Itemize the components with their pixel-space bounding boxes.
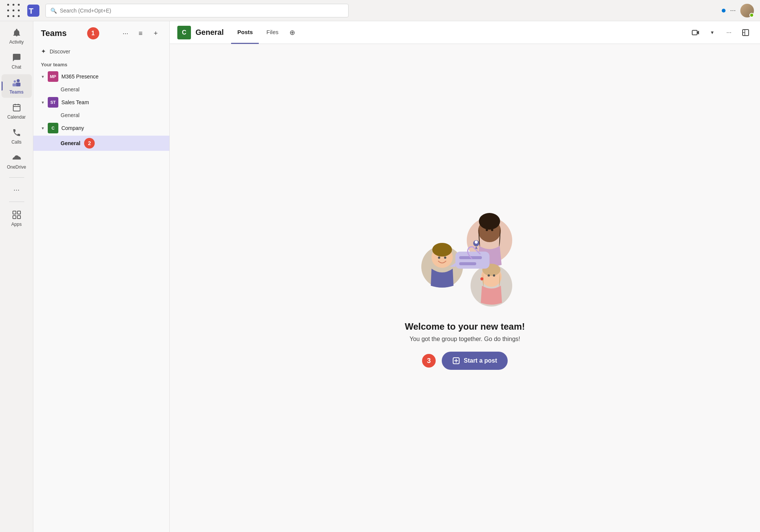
- discover-item[interactable]: ✦ Discover: [33, 44, 169, 59]
- panel-header-right: ▼ ···: [689, 26, 752, 39]
- more-btn[interactable]: ···: [119, 27, 131, 39]
- video-call-btn[interactable]: [689, 26, 702, 39]
- app-grid-icon[interactable]: [6, 3, 21, 18]
- nav-onedrive-wrap: OneDrive: [2, 149, 32, 173]
- sidebar-item-onedrive[interactable]: OneDrive: [2, 149, 32, 173]
- search-icon: 🔍: [50, 8, 57, 14]
- svg-rect-8: [17, 211, 20, 214]
- sidebar-item-calendar[interactable]: Calendar: [2, 99, 32, 123]
- sidebar-item-teams[interactable]: Teams: [2, 74, 32, 98]
- panel-header: C General Posts Files ⊕ ▼ ···: [170, 21, 760, 44]
- svg-point-21: [486, 229, 488, 231]
- team-name-company: Company: [61, 125, 84, 131]
- team-name-sales: Sales Team: [61, 99, 89, 105]
- main-content: Activity Chat: [0, 21, 760, 532]
- svg-point-26: [480, 277, 483, 280]
- svg-rect-7: [13, 211, 16, 214]
- svg-point-16: [438, 257, 440, 259]
- add-tab-btn[interactable]: ⊕: [286, 27, 298, 39]
- discover-icon: ✦: [41, 48, 46, 55]
- sidebar-item-activity[interactable]: Activity: [2, 24, 32, 48]
- sidebar-item-chat[interactable]: Chat: [2, 49, 32, 73]
- dropdown-btn[interactable]: ▼: [705, 26, 719, 39]
- calls-label: Calls: [11, 139, 22, 145]
- nav-activity-wrap: Activity: [2, 24, 32, 48]
- activity-label: Activity: [9, 39, 23, 45]
- tab-bar: Posts Files ⊕: [231, 21, 298, 44]
- discover-label: Discover: [50, 49, 70, 55]
- svg-point-27: [488, 274, 490, 277]
- presence-dot: [749, 13, 754, 17]
- team-sales[interactable]: ▼ ST Sales Team: [33, 95, 169, 110]
- svg-text:T: T: [29, 7, 33, 15]
- nav-chat-wrap: Chat: [2, 49, 32, 73]
- channel-title: General: [195, 28, 224, 37]
- avatar-wrap[interactable]: [740, 4, 754, 17]
- calls-icon: [11, 127, 22, 138]
- channel-m365-general[interactable]: General: [33, 84, 169, 95]
- channel-avatar: C: [177, 26, 191, 39]
- team-company[interactable]: ▼ C Company: [33, 120, 169, 136]
- svg-rect-29: [455, 252, 489, 269]
- start-post-button[interactable]: Start a post: [442, 352, 508, 370]
- svg-rect-10: [17, 216, 20, 219]
- svg-point-2: [17, 79, 20, 82]
- sidebar-item-apps[interactable]: Apps: [2, 207, 32, 230]
- svg-point-28: [493, 274, 495, 277]
- sidebar-content: ✦ Discover Your teams ▼ MP M365 Presence…: [33, 44, 169, 532]
- filter-btn[interactable]: ≡: [134, 27, 147, 39]
- onedrive-icon: [11, 152, 22, 163]
- sidebar-item-calls[interactable]: Calls: [2, 124, 32, 148]
- search-input[interactable]: [60, 8, 344, 14]
- panel-content: Welcome to your new team! You got the gr…: [170, 44, 760, 532]
- your-teams-label: Your teams: [33, 59, 169, 69]
- more-options-btn[interactable]: ···: [730, 6, 736, 14]
- svg-rect-11: [692, 30, 697, 35]
- activity-icon: [11, 27, 22, 38]
- svg-rect-9: [13, 216, 16, 219]
- svg-rect-5: [13, 83, 16, 86]
- step-badge-2: 2: [84, 138, 95, 149]
- main-panel: C General Posts Files ⊕ ▼ ···: [170, 21, 760, 532]
- nav-calendar-wrap: Calendar: [2, 99, 32, 123]
- team-m365[interactable]: ▼ MP M365 Presence: [33, 69, 169, 84]
- more-apps-dots[interactable]: ···: [10, 182, 23, 197]
- active-channel-name: General: [61, 140, 80, 146]
- add-team-btn[interactable]: +: [150, 27, 162, 39]
- tab-posts[interactable]: Posts: [231, 21, 259, 44]
- apps-label: Apps: [11, 222, 22, 227]
- sidebar-title: Teams: [41, 28, 67, 38]
- nav-separator-2: [9, 202, 24, 202]
- apps-icon: [11, 210, 22, 220]
- expand-btn[interactable]: [739, 26, 752, 39]
- chevron-company: ▼: [41, 126, 45, 130]
- svg-point-20: [479, 213, 500, 230]
- welcome-illustration: [404, 206, 525, 312]
- calendar-icon: [11, 102, 22, 113]
- sidebar-header: Teams 1 ··· ≡ +: [33, 21, 169, 44]
- svg-rect-31: [459, 262, 476, 265]
- tab-files[interactable]: Files: [260, 21, 285, 44]
- svg-point-4: [14, 80, 16, 83]
- nav-calls-wrap: Calls: [2, 124, 32, 148]
- chat-icon: [11, 52, 22, 63]
- start-post-wrap: 3 Start a post: [422, 352, 508, 370]
- more-options-panel-btn[interactable]: ···: [722, 26, 736, 39]
- sidebar: Teams 1 ··· ≡ + ✦ Discover Your teams ▼: [33, 21, 170, 532]
- channel-company-general[interactable]: General 2: [33, 136, 169, 151]
- svg-rect-3: [16, 83, 20, 86]
- top-bar: T 🔍 ···: [0, 0, 760, 21]
- svg-point-17: [444, 257, 446, 259]
- svg-rect-6: [13, 105, 20, 111]
- search-bar[interactable]: 🔍: [45, 4, 349, 17]
- top-bar-right: ···: [722, 4, 754, 17]
- team-avatar-m365: MP: [48, 71, 58, 82]
- channel-sales-general[interactable]: General: [33, 110, 169, 120]
- team-name-m365: M365 Presence: [61, 74, 99, 80]
- teams-label: Teams: [9, 89, 23, 95]
- svg-point-34: [475, 241, 478, 244]
- left-nav: Activity Chat: [0, 21, 33, 532]
- step-badge-3: 3: [422, 354, 436, 368]
- start-post-label: Start a post: [464, 357, 497, 364]
- teams-icon: [11, 77, 22, 88]
